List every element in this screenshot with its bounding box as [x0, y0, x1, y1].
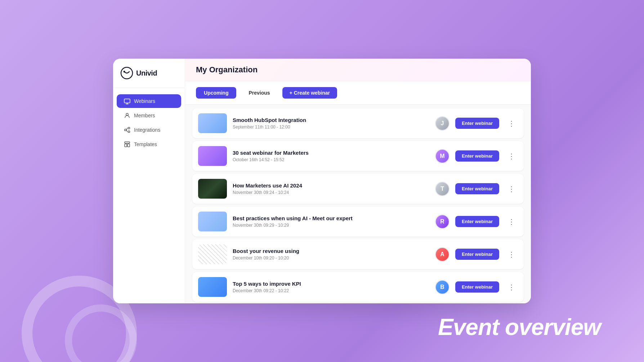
svg-point-1 — [124, 71, 125, 73]
enter-webinar-button[interactable]: Enter webinar — [455, 118, 499, 129]
sidebar-item-integrations[interactable]: Integrations — [117, 123, 181, 137]
webinar-item: Best practices when using AI - Meet our … — [192, 207, 524, 236]
sidebar-label-webinars: Webinars — [134, 98, 155, 104]
enter-webinar-button[interactable]: Enter webinar — [455, 183, 499, 194]
avatar: T — [435, 182, 450, 196]
more-options-button[interactable]: ⋮ — [505, 118, 518, 129]
members-icon — [124, 112, 130, 119]
webinar-item: Smooth HubSpot Integration September 11t… — [192, 108, 524, 138]
main-content: My Organization Upcoming Previous + Crea… — [185, 59, 531, 303]
webinar-title: Smooth HubSpot Integration — [233, 117, 429, 123]
webinar-info: 30 seat webinar for Marketers October 16… — [233, 150, 429, 162]
avatar-placeholder: T — [436, 182, 449, 195]
event-overview-label: Event overview — [438, 314, 601, 340]
webinar-thumbnail — [198, 179, 227, 199]
webinar-thumbnail — [198, 146, 227, 166]
avatar: B — [435, 280, 450, 294]
webinar-info: Smooth HubSpot Integration September 11t… — [233, 117, 429, 130]
webinar-thumbnail — [198, 244, 227, 264]
webinar-item: Boost your revenue using December 10th 0… — [192, 239, 524, 269]
more-options-button[interactable]: ⋮ — [505, 216, 518, 227]
toolbar: Upcoming Previous + Create webinar — [185, 81, 531, 105]
avatar-placeholder: M — [436, 150, 449, 163]
logo-text: Univid — [136, 69, 157, 77]
svg-rect-2 — [124, 99, 130, 103]
svg-rect-7 — [125, 142, 130, 143]
tab-previous[interactable]: Previous — [241, 87, 278, 99]
avatar-placeholder: B — [436, 281, 449, 294]
sidebar: Univid Webinars Members — [113, 59, 185, 303]
enter-webinar-button[interactable]: Enter webinar — [455, 281, 499, 293]
svg-point-5 — [128, 127, 130, 129]
webinar-item: How Marketers use AI 2024 November 30th … — [192, 174, 524, 204]
webinar-thumbnail — [198, 113, 227, 133]
sidebar-item-members[interactable]: Members — [117, 109, 181, 122]
univid-logo-icon — [120, 67, 133, 80]
sidebar-label-templates: Templates — [134, 141, 157, 147]
avatar: J — [435, 116, 450, 131]
avatar: A — [435, 247, 450, 262]
more-options-button[interactable]: ⋮ — [505, 183, 518, 195]
webinar-thumbnail — [198, 212, 227, 231]
templates-icon — [124, 141, 130, 148]
avatar-placeholder: R — [436, 215, 449, 228]
create-webinar-button[interactable]: + Create webinar — [282, 87, 337, 99]
webinar-date: September 11th 11:00 - 12:00 — [233, 125, 429, 130]
tab-upcoming[interactable]: Upcoming — [196, 87, 236, 99]
webinar-title: 30 seat webinar for Marketers — [233, 150, 429, 156]
enter-webinar-button[interactable]: Enter webinar — [455, 216, 499, 227]
avatar-placeholder: A — [436, 248, 449, 261]
svg-point-4 — [125, 129, 126, 131]
integrations-icon — [124, 127, 130, 133]
svg-point-6 — [128, 131, 130, 133]
webinar-title: How Marketers use AI 2024 — [233, 182, 429, 189]
webinar-list: Smooth HubSpot Integration September 11t… — [185, 105, 531, 303]
org-title: My Organization — [196, 65, 520, 74]
webinar-info: How Marketers use AI 2024 November 30th … — [233, 182, 429, 195]
webinar-info: Boost your revenue using December 10th 0… — [233, 248, 429, 261]
webinar-thumbnail — [198, 277, 227, 297]
webinar-title: Best practices when using AI - Meet our … — [233, 215, 429, 221]
webinar-title: Boost your revenue using — [233, 248, 429, 254]
sidebar-item-templates[interactable]: Templates — [117, 137, 181, 151]
webinars-icon — [124, 98, 130, 104]
webinar-date: December 30th 09:22 - 10:22 — [233, 288, 429, 293]
webinar-date: December 10th 09:20 - 10:20 — [233, 255, 429, 261]
more-options-button[interactable]: ⋮ — [505, 150, 518, 162]
sidebar-item-webinars[interactable]: Webinars — [117, 94, 181, 108]
enter-webinar-button[interactable]: Enter webinar — [455, 150, 499, 162]
webinar-info: Best practices when using AI - Meet our … — [233, 215, 429, 228]
avatar: R — [435, 214, 450, 229]
webinar-item: Top 5 ways to improve KPI December 30th … — [192, 272, 524, 302]
avatar-placeholder: J — [436, 117, 449, 130]
logo-area: Univid — [113, 59, 185, 88]
webinar-date: November 30th 09:24 - 10:24 — [233, 190, 429, 195]
more-options-button[interactable]: ⋮ — [505, 281, 518, 293]
sidebar-label-members: Members — [134, 113, 155, 118]
header-bar: My Organization — [185, 59, 531, 81]
avatar: M — [435, 149, 450, 163]
more-options-button[interactable]: ⋮ — [505, 249, 518, 260]
webinar-date: November 30th 09:29 - 10:29 — [233, 223, 429, 228]
webinar-item: 30 seat webinar for Marketers October 16… — [192, 141, 524, 171]
svg-point-3 — [126, 113, 128, 116]
svg-rect-8 — [125, 144, 127, 147]
sidebar-nav: Webinars Members Integrations — [113, 88, 185, 158]
enter-webinar-button[interactable]: Enter webinar — [455, 249, 499, 260]
webinar-info: Top 5 ways to improve KPI December 30th … — [233, 281, 429, 293]
sidebar-label-integrations: Integrations — [134, 127, 160, 133]
main-card: Univid Webinars Members — [113, 59, 531, 303]
webinar-title: Top 5 ways to improve KPI — [233, 281, 429, 287]
svg-rect-9 — [128, 144, 130, 147]
webinar-date: October 16th 14:52 - 15:52 — [233, 157, 429, 162]
